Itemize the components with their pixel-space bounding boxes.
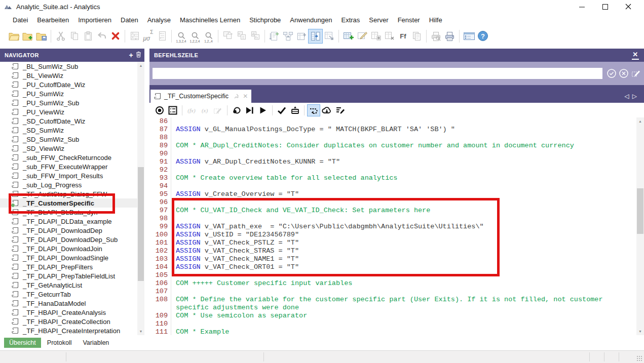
classify-icon[interactable] (221, 29, 235, 43)
tab-scroll-arrows[interactable]: ◁▷ (625, 93, 640, 100)
tree-item[interactable]: _TF_DLAPI_DLData_example (0, 217, 137, 226)
code-line[interactable]: 108COM * Define the variable for the cus… (149, 296, 636, 312)
code-line[interactable]: 89COM * AR_Dupl_CreditNotes: Consider du… (149, 142, 636, 150)
code-line[interactable]: 100ASSIGN v_UStID = "DE123456789" (149, 231, 636, 239)
minimize-button[interactable] (570, 0, 593, 13)
tree-item[interactable]: _TF_DLAPI_DownloadDep (0, 226, 137, 235)
scroll-down-icon[interactable]: ▼ (137, 328, 144, 335)
verify-icon[interactable] (155, 29, 169, 43)
code-line[interactable]: 99ASSIGN v_VAT_path_exe = "C:\Users\Publ… (149, 223, 636, 231)
copy-icon[interactable] (67, 29, 81, 43)
statistics-icon[interactable]: Σμσ (141, 29, 155, 43)
scroll-up-icon[interactable]: ▲ (137, 62, 144, 69)
maximize-button[interactable] (593, 0, 617, 13)
export-analytic-icon[interactable] (289, 105, 301, 116)
editor-scrollbar[interactable]: ▲ ▼ (636, 117, 644, 335)
edit-script-icon[interactable] (334, 105, 346, 116)
navigator-scrollbar[interactable]: ▲ ▼ (137, 62, 144, 335)
code-line[interactable]: 90 (149, 150, 636, 158)
code-line[interactable]: 104ASSIGN v_VAT_Check_ORT01 = "T" (149, 263, 636, 271)
code-line[interactable]: 91ASSIGN v_AR_Dupl_CreditNotes_KUNNR = "… (149, 158, 636, 166)
tree-item[interactable]: _sub_FFW_ExecuteWrapper (0, 162, 137, 171)
code-line[interactable]: 95ASSIGN v_Create_Overview = "T" (149, 190, 636, 198)
tree-item[interactable]: _TF_GetAnalyticList (0, 280, 137, 290)
code-line[interactable]: 109COM * Use semicolon as separator (149, 312, 636, 320)
tree-item[interactable]: _PU_SumWiz (0, 89, 137, 98)
code-line[interactable]: 103ASSIGN v_VAT_Check_NAME1 = "T" (149, 255, 636, 263)
examine-sequence-icon[interactable]: 1,2,,4 (202, 29, 215, 43)
edit-command-icon[interactable] (630, 67, 642, 79)
copy-view-icon[interactable] (410, 29, 424, 43)
code-line[interactable]: 102ASSIGN v_VAT_Check_STRAS = "T" (149, 247, 636, 255)
tree-item[interactable]: _SD_CutoffDate_Wiz (0, 116, 137, 126)
tree-item[interactable]: _sub_FFW_CheckReturncode (0, 153, 137, 162)
tree-item[interactable]: _SD_SumWiz_Sub (0, 135, 137, 144)
resize-grip[interactable] (636, 355, 642, 361)
look-for-gaps-icon[interactable]: 1,2,2,4 (188, 29, 202, 43)
commit-scripts-icon[interactable] (321, 105, 333, 116)
tree-item[interactable]: _TF_HanaDataModel (0, 299, 137, 308)
add-column-icon[interactable] (369, 29, 383, 43)
code-line[interactable]: 101ASSIGN v_VAT_Check_PSTLZ = "T" (149, 239, 636, 247)
menu-datei[interactable]: Datei (8, 14, 32, 26)
add-icon[interactable]: + (129, 51, 133, 59)
code-line[interactable]: 86 (149, 117, 636, 126)
count-records-icon[interactable] (128, 29, 141, 43)
help-icon[interactable]: ? (476, 29, 489, 43)
menu-anwendungen[interactable]: Anwendungen (285, 14, 336, 26)
tree-item[interactable]: _TF_DLAPI_DownloadJoin (0, 244, 137, 253)
tree-item[interactable]: _SD_ViewWiz (0, 144, 137, 153)
run-icon[interactable] (257, 105, 269, 116)
tab-tf-customerspecific[interactable]: _TF_CustomerSpecific ✕ (150, 90, 251, 103)
code-line[interactable]: 98 (149, 215, 636, 223)
tree-item[interactable]: _TF_DLAPI_DownloadSingle (0, 253, 137, 262)
print-preview-icon[interactable] (429, 29, 443, 43)
print-icon[interactable] (443, 29, 457, 43)
tree-item[interactable]: _TF_DLAPI_DLData_dyn (0, 208, 137, 217)
tree-item[interactable]: _TF_DLAPI_DownloadDep_Sub (0, 235, 137, 244)
menu-fenster[interactable]: Fenster (393, 14, 425, 26)
options-icon[interactable] (462, 29, 476, 43)
tree-item[interactable]: _PU_CutoffDate_Wiz (0, 80, 137, 89)
menu-analyse[interactable]: Analyse (143, 14, 175, 26)
tree-item[interactable]: _BL_ViewWiz (0, 71, 137, 80)
open-project-icon[interactable] (7, 29, 21, 43)
cut-icon[interactable] (54, 29, 67, 43)
scrollbar-thumb[interactable] (138, 167, 144, 281)
tree-item[interactable]: _SD_SumWiz (0, 126, 137, 135)
tab-protokoll[interactable]: Protokoll (42, 338, 77, 348)
trash-icon[interactable] (136, 51, 141, 58)
script-editor[interactable]: 86 87ASSIGN v_GL_ManualPostings_DocType … (149, 117, 636, 350)
extract-hierarchy-icon[interactable] (281, 29, 295, 43)
code-line[interactable]: 110 (149, 320, 636, 328)
syntax-check-icon[interactable] (276, 105, 288, 116)
run-to-cursor-icon[interactable] (244, 105, 256, 116)
delete-icon[interactable] (108, 29, 122, 43)
profile-icon[interactable] (235, 29, 248, 43)
tree-item[interactable]: _TF_GetcurrTab (0, 290, 137, 299)
code-line[interactable]: 107 (149, 288, 636, 296)
tab-uebersicht[interactable]: Übersicht (4, 338, 41, 348)
remove-column-icon[interactable] (383, 29, 396, 43)
tree-item[interactable]: _PU_ViewWiz (0, 107, 137, 116)
insert-function-icon[interactable]: (fx) (185, 105, 198, 116)
menu-extras[interactable]: Extras (336, 14, 364, 26)
editor-scroll-down-icon[interactable]: ▼ (636, 328, 644, 335)
code-line[interactable]: 92 (149, 166, 636, 174)
tree-item[interactable]: _TF_HBAPI_CreateCollection (0, 317, 137, 326)
code-line[interactable]: 106COM +++++ Customer specific input var… (149, 279, 636, 288)
insert-variable-icon[interactable]: (x) (199, 105, 211, 116)
tree-item[interactable]: _TF_HBAPI_CreateAnalysis (0, 308, 137, 317)
editor-scrollbar-thumb[interactable] (637, 188, 643, 234)
edit-selection-icon[interactable] (212, 105, 224, 116)
menu-hilfe[interactable]: Hilfe (425, 14, 447, 26)
paste-icon[interactable] (81, 29, 95, 43)
tab-variablen[interactable]: Variablen (78, 338, 114, 348)
close-button[interactable] (617, 0, 640, 13)
menu-daten[interactable]: Daten (116, 14, 143, 26)
save-project-icon[interactable] (34, 29, 48, 43)
menu-importieren[interactable]: Importieren (73, 14, 116, 26)
summarize-icon[interactable] (295, 29, 309, 43)
editor-scroll-up-icon[interactable]: ▲ (636, 117, 644, 125)
new-table-icon[interactable] (342, 29, 355, 43)
